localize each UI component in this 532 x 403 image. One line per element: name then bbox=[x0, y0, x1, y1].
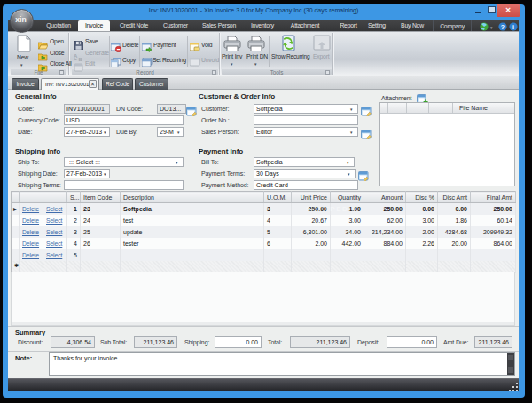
svg-text:?: ? bbox=[501, 24, 505, 30]
svg-text:A: A bbox=[74, 53, 78, 59]
svg-text:i: i bbox=[512, 24, 514, 30]
